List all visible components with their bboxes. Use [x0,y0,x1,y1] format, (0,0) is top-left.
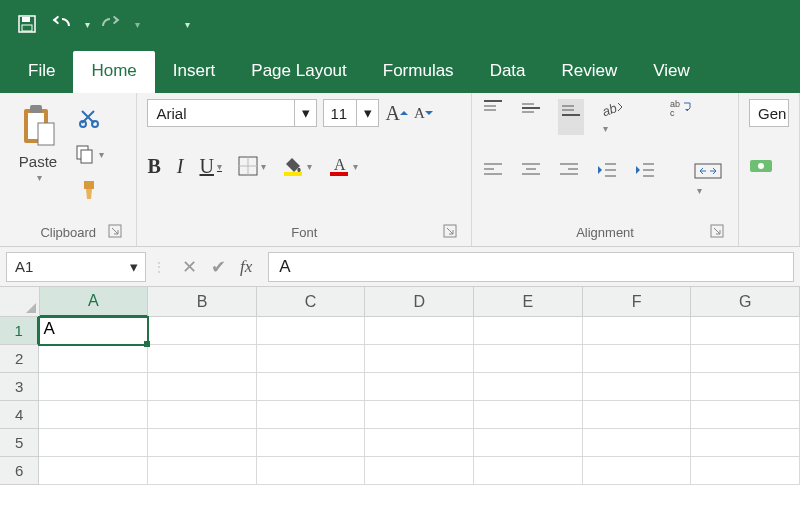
cell-C4[interactable] [257,401,366,429]
cell-C6[interactable] [257,457,366,485]
cell-G5[interactable] [691,429,800,457]
format-painter-button[interactable] [74,177,104,203]
cell-F2[interactable] [583,345,692,373]
cell-D4[interactable] [365,401,474,429]
col-header-D[interactable]: D [365,287,474,317]
cell-E4[interactable] [474,401,583,429]
fill-color-button[interactable]: ▾ [282,153,312,179]
row-header-4[interactable]: 4 [0,401,39,429]
align-middle-button[interactable] [520,99,542,135]
cell-B1[interactable] [148,317,257,345]
dialog-launcher-icon[interactable] [443,224,457,238]
cell-E3[interactable] [474,373,583,401]
cell-C5[interactable] [257,429,366,457]
fx-icon[interactable]: fx [240,257,252,277]
italic-button[interactable]: I [177,155,184,178]
col-header-F[interactable]: F [583,287,692,317]
font-name-select[interactable]: Arial ▾ [147,99,317,127]
cell-D3[interactable] [365,373,474,401]
cell-D2[interactable] [365,345,474,373]
cell-A2[interactable] [39,345,148,373]
currency-button[interactable] [749,153,775,179]
grow-font-button[interactable]: A [385,100,407,126]
row-header-3[interactable]: 3 [0,373,39,401]
cell-C1[interactable] [257,317,366,345]
cell-E6[interactable] [474,457,583,485]
dialog-launcher-icon[interactable] [108,224,122,238]
cell-G3[interactable] [691,373,800,401]
row-header-1[interactable]: 1 [0,317,39,345]
wrap-text-button[interactable]: abc [670,99,694,135]
cell-D6[interactable] [365,457,474,485]
col-header-E[interactable]: E [474,287,583,317]
cell-E5[interactable] [474,429,583,457]
increase-indent-button[interactable] [634,161,656,197]
undo-icon[interactable] [48,11,74,37]
cell-F4[interactable] [583,401,692,429]
align-bottom-button[interactable] [558,99,584,135]
orientation-button[interactable]: ab▾ [600,99,624,135]
cell-B4[interactable] [148,401,257,429]
align-right-button[interactable] [558,161,580,197]
col-header-B[interactable]: B [148,287,257,317]
cell-G6[interactable] [691,457,800,485]
cell-B2[interactable] [148,345,257,373]
cell-B5[interactable] [148,429,257,457]
row-header-5[interactable]: 5 [0,429,39,457]
cancel-formula-icon[interactable]: ✕ [182,256,197,278]
redo-icon[interactable] [98,11,124,37]
cell-C3[interactable] [257,373,366,401]
col-header-A[interactable]: A [40,287,149,317]
font-color-button[interactable]: A ▾ [328,153,358,179]
cell-A5[interactable] [39,429,148,457]
align-left-button[interactable] [482,161,504,197]
number-format-select[interactable]: Gen [749,99,789,127]
cell-G1[interactable] [691,317,800,345]
cell-E1[interactable] [474,317,583,345]
cell-F1[interactable] [583,317,692,345]
cell-G2[interactable] [691,345,800,373]
decrease-indent-button[interactable] [596,161,618,197]
cut-button[interactable] [74,105,104,131]
tab-data[interactable]: Data [472,51,544,93]
cell-A4[interactable] [39,401,148,429]
cell-G4[interactable] [691,401,800,429]
cell-B3[interactable] [148,373,257,401]
shrink-font-button[interactable]: A [414,100,433,126]
cell-A3[interactable] [39,373,148,401]
select-all-corner[interactable] [0,287,40,317]
customize-qat-icon[interactable]: ▾ [174,11,200,37]
tab-insert[interactable]: Insert [155,51,234,93]
cell-A6[interactable] [39,457,148,485]
font-size-select[interactable]: 11 ▾ [323,99,379,127]
cell-C2[interactable] [257,345,366,373]
name-box[interactable]: A1 ▾ [6,252,146,282]
borders-button[interactable]: ▾ [238,153,266,179]
paste-button[interactable]: Paste ▾ [10,99,66,183]
row-header-6[interactable]: 6 [0,457,39,485]
cell-F3[interactable] [583,373,692,401]
bold-button[interactable]: B [147,155,160,178]
formula-bar[interactable]: A [268,252,794,282]
copy-button[interactable]: ▾ [74,141,104,167]
redo-more-icon[interactable]: ▾ [135,19,140,30]
align-top-button[interactable] [482,99,504,135]
cell-F5[interactable] [583,429,692,457]
undo-more-icon[interactable]: ▾ [85,19,90,30]
align-center-button[interactable] [520,161,542,197]
dialog-launcher-icon[interactable] [710,224,724,238]
cell-D1[interactable] [365,317,474,345]
tab-formulas[interactable]: Formulas [365,51,472,93]
col-header-G[interactable]: G [691,287,800,317]
cell-D5[interactable] [365,429,474,457]
underline-button[interactable]: U▾ [200,155,222,178]
row-header-2[interactable]: 2 [0,345,39,373]
tab-file[interactable]: File [10,51,73,93]
tab-home[interactable]: Home [73,51,154,93]
cell-A1[interactable]: A [39,317,148,345]
tab-page-layout[interactable]: Page Layout [233,51,364,93]
cell-B6[interactable] [148,457,257,485]
cell-E2[interactable] [474,345,583,373]
tab-review[interactable]: Review [544,51,636,93]
accept-formula-icon[interactable]: ✔ [211,256,226,278]
